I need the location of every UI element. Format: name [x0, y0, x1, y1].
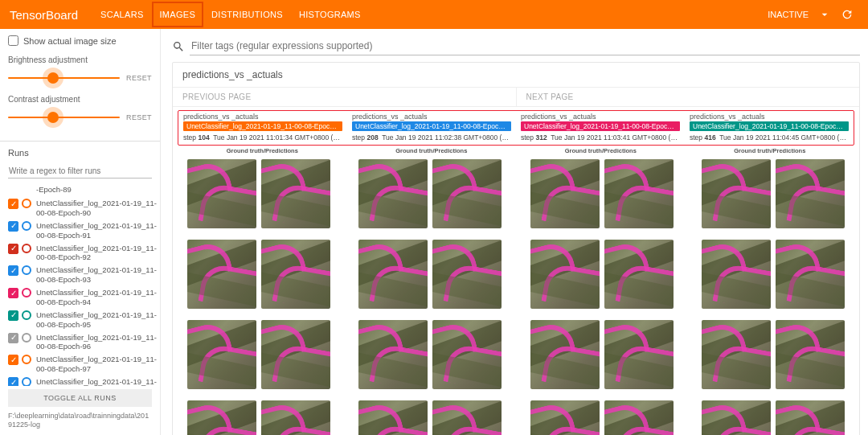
step-timestamp: step 312 Tue Jan 19 2021 11:03:41 GMT+08…	[521, 133, 680, 143]
ground-truth-image[interactable]	[702, 400, 771, 435]
run-radio[interactable]	[22, 310, 31, 320]
prediction-image[interactable]	[776, 240, 845, 309]
prediction-image[interactable]	[432, 320, 502, 389]
step-timestamp: step 104 Tue Jan 19 2021 11:01:34 GMT+08…	[183, 133, 342, 143]
run-checkbox[interactable]	[8, 377, 18, 386]
run-name: UnetClassifier_log_2021-01-19_11-00-08-E…	[36, 221, 157, 240]
image-pair	[694, 159, 854, 228]
run-item[interactable]: UnetClassifier_log_2021-01-19_11-00-08-E…	[8, 286, 157, 309]
image-pair	[694, 400, 854, 435]
column-title: predictions_vs _actuals	[352, 113, 511, 121]
run-name: UnetClassifier_log_2021-01-19_11-00-08-E…	[36, 199, 157, 218]
ground-truth-label: Ground truth/Predictions	[516, 147, 686, 154]
run-item[interactable]: UnetClassifier_log_2021-01-19_11-00-08-E…	[8, 264, 157, 286]
run-radio[interactable]	[22, 244, 31, 253]
ground-truth-image[interactable]	[187, 159, 256, 228]
run-radio[interactable]	[22, 333, 31, 343]
run-radio[interactable]	[22, 377, 31, 386]
run-checkbox[interactable]	[8, 199, 18, 209]
prediction-image[interactable]	[604, 240, 674, 309]
run-radio[interactable]	[22, 221, 31, 231]
ground-truth-image[interactable]	[358, 320, 428, 389]
image-pair	[179, 320, 338, 389]
run-checkbox[interactable]	[8, 265, 18, 276]
image-column-headers: predictions_vs _actualsUnetClassifier_lo…	[178, 110, 854, 146]
runs-filter-input[interactable]	[8, 164, 152, 179]
run-checkbox[interactable]	[8, 310, 18, 321]
ground-truth-image[interactable]	[187, 240, 256, 309]
ground-truth-image[interactable]	[702, 159, 771, 228]
run-item[interactable]: UnetClassifier_log_2021-01-19_11-00-08-E…	[8, 375, 157, 386]
toggle-all-runs-button[interactable]: TOGGLE ALL RUNS	[8, 389, 152, 407]
run-radio[interactable]	[22, 355, 31, 364]
run-checkbox[interactable]	[8, 221, 18, 232]
ground-truth-image[interactable]	[358, 400, 428, 435]
brightness-label: Brightness adjustment	[8, 55, 152, 64]
prediction-image[interactable]	[261, 240, 330, 309]
prediction-image[interactable]	[432, 400, 502, 435]
ground-truth-image[interactable]	[187, 400, 256, 435]
tab-images[interactable]: IMAGES	[152, 2, 204, 27]
run-tag-badge: UnetClassifier_log_2021-01-19_11-00-08-E…	[690, 121, 849, 131]
prediction-image[interactable]	[261, 400, 330, 435]
ground-truth-image[interactable]	[358, 159, 428, 228]
prediction-image[interactable]	[261, 159, 330, 228]
run-radio[interactable]	[22, 265, 31, 275]
prediction-image[interactable]	[604, 159, 674, 228]
run-tag-badge: UnetClassifier_log_2021-01-19_11-00-08-E…	[352, 121, 511, 131]
run-item[interactable]: UnetClassifier_log_2021-01-19_11-00-08-E…	[8, 220, 157, 242]
prediction-image[interactable]	[776, 159, 845, 228]
brightness-reset-button[interactable]: RESET	[126, 74, 152, 82]
ground-truth-image[interactable]	[530, 400, 600, 435]
prediction-image[interactable]	[261, 320, 330, 389]
ground-truth-image[interactable]	[702, 240, 771, 309]
group-title[interactable]: predictions_vs _actuals	[173, 63, 859, 88]
prediction-image[interactable]	[776, 320, 845, 389]
next-page-button[interactable]: NEXT PAGE	[516, 88, 860, 106]
run-radio[interactable]	[22, 288, 31, 298]
run-item[interactable]: UnetClassifier_log_2021-01-19_11-00-08-E…	[8, 353, 157, 375]
prediction-image[interactable]	[776, 400, 845, 435]
column-title: predictions_vs _actuals	[521, 113, 680, 121]
run-name: -Epoch-89	[36, 185, 72, 195]
run-name: UnetClassifier_log_2021-01-19_11-00-08-E…	[36, 377, 157, 386]
ground-truth-image[interactable]	[358, 240, 428, 309]
prediction-image[interactable]	[432, 159, 502, 228]
tab-distributions[interactable]: DISTRIBUTIONS	[203, 2, 291, 27]
prediction-image[interactable]	[604, 400, 674, 435]
ground-truth-image[interactable]	[702, 320, 771, 389]
ground-truth-image[interactable]	[530, 240, 600, 309]
ground-truth-label: Ground truth/Predictions	[347, 147, 517, 154]
previous-page-button[interactable]: PREVIOUS PAGE	[173, 88, 516, 106]
prediction-image[interactable]	[604, 320, 674, 389]
image-pair	[522, 240, 682, 309]
run-checkbox[interactable]	[8, 244, 18, 254]
tab-histograms[interactable]: HISTOGRAMS	[291, 2, 369, 27]
run-item[interactable]: UnetClassifier_log_2021-01-19_11-00-08-E…	[8, 242, 157, 265]
step-timestamp: step 208 Tue Jan 19 2021 11:02:38 GMT+08…	[352, 133, 511, 143]
run-item[interactable]: UnetClassifier_log_2021-01-19_11-00-08-E…	[8, 309, 157, 331]
run-radio[interactable]	[22, 199, 31, 208]
run-checkbox[interactable]	[8, 288, 18, 298]
contrast-slider[interactable]	[8, 109, 120, 126]
ground-truth-label: Ground truth/Predictions	[686, 147, 855, 154]
image-pair	[694, 240, 854, 309]
tab-scalars[interactable]: SCALARS	[92, 2, 151, 27]
contrast-reset-button[interactable]: RESET	[126, 113, 152, 121]
run-checkbox[interactable]	[8, 333, 18, 343]
chevron-down-icon[interactable]	[818, 8, 831, 21]
run-item[interactable]: UnetClassifier_log_2021-01-19_11-00-08-E…	[8, 197, 157, 220]
run-item[interactable]: UnetClassifier_log_2021-01-19_11-00-08-E…	[8, 331, 157, 354]
ground-truth-image[interactable]	[530, 320, 600, 389]
ground-truth-image[interactable]	[187, 320, 256, 389]
brightness-slider[interactable]	[8, 69, 120, 87]
image-group-card: predictions_vs _actuals PREVIOUS PAGE NE…	[172, 62, 860, 435]
show-actual-image-size-checkbox[interactable]	[8, 35, 18, 46]
refresh-icon[interactable]	[841, 8, 854, 21]
run-checkbox[interactable]	[8, 355, 18, 365]
ground-truth-image[interactable]	[530, 159, 600, 228]
tag-filter-input[interactable]	[190, 37, 860, 55]
prediction-image[interactable]	[432, 240, 502, 309]
run-name: UnetClassifier_log_2021-01-19_11-00-08-E…	[36, 244, 157, 263]
runs-list[interactable]: -Epoch-89UnetClassifier_log_2021-01-19_1…	[0, 183, 160, 386]
